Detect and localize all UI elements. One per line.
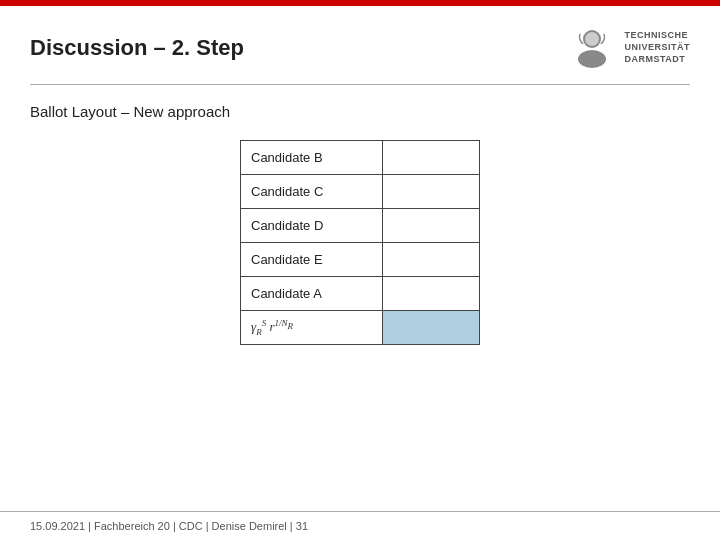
candidate-a-cell: Candidate A: [241, 277, 383, 311]
table-row: Candidate A: [241, 277, 480, 311]
main-content: Candidate B Candidate C Candidate D Cand…: [0, 130, 720, 345]
svg-point-1: [578, 50, 606, 68]
ballot-table: Candidate B Candidate C Candidate D Cand…: [240, 140, 480, 345]
vote-box-a: [383, 277, 480, 311]
page-title: Discussion – 2. Step: [30, 35, 244, 61]
vote-box-d: [383, 209, 480, 243]
vote-box-e: [383, 243, 480, 277]
candidate-b-cell: Candidate B: [241, 141, 383, 175]
candidate-d-cell: Candidate D: [241, 209, 383, 243]
vote-box-b: [383, 141, 480, 175]
footer: 15.09.2021 | Fachbereich 20 | CDC | Deni…: [0, 511, 720, 540]
formula-cell: γRS r1/NR: [241, 311, 383, 345]
candidate-e-cell: Candidate E: [241, 243, 383, 277]
logo-area: TECHNISCHE UNIVERSITÄT DARMSTADT: [568, 24, 690, 72]
header: Discussion – 2. Step TECHNISCHE UNIVERSI…: [0, 6, 720, 84]
formula-vote-box: [383, 311, 480, 345]
table-row: Candidate B: [241, 141, 480, 175]
subtitle: Ballot Layout – New approach: [0, 85, 720, 130]
logo-text: TECHNISCHE UNIVERSITÄT DARMSTADT: [624, 30, 690, 65]
table-row-formula: γRS r1/NR: [241, 311, 480, 345]
footer-text: 15.09.2021 | Fachbereich 20 | CDC | Deni…: [30, 520, 308, 532]
table-row: Candidate E: [241, 243, 480, 277]
candidate-c-cell: Candidate C: [241, 175, 383, 209]
tu-logo-icon: [568, 24, 616, 72]
table-row: Candidate C: [241, 175, 480, 209]
table-row: Candidate D: [241, 209, 480, 243]
svg-point-2: [585, 32, 599, 46]
vote-box-c: [383, 175, 480, 209]
